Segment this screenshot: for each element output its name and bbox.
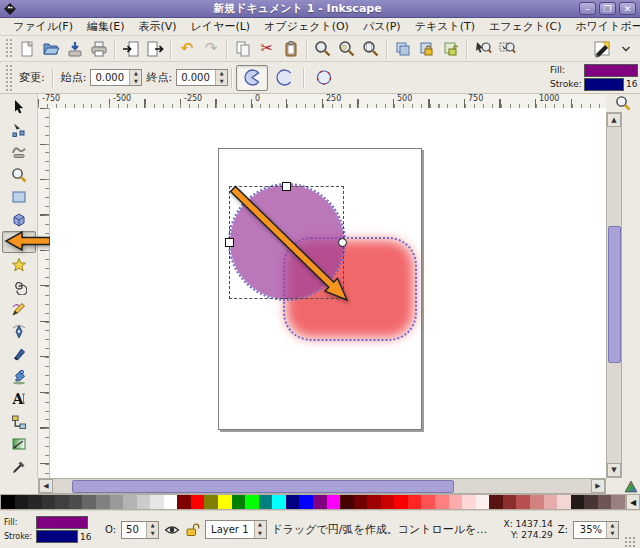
find-icon[interactable] [495,38,519,60]
menu-effects[interactable]: エフェクト(C) [482,18,569,35]
stroke-color-swatch[interactable] [36,530,78,543]
tool-connector[interactable] [2,411,36,433]
menu-edit[interactable]: 編集(E) [80,18,132,35]
arc-end-stepper[interactable]: ▲▼ [215,70,227,85]
tool-star[interactable] [2,253,36,275]
zoom-value[interactable]: 35% [574,522,606,538]
corner-zoom-icon[interactable] [615,95,631,111]
ellipse-arc-handle[interactable] [338,238,347,247]
tool-gradient[interactable] [2,433,36,455]
palette-swatch[interactable] [69,495,83,509]
palette-swatch[interactable] [571,495,585,509]
palette-swatch[interactable] [421,495,435,509]
statusbar-style-indicator[interactable]: Fill: Stroke: 16 [4,516,100,544]
slice-mode-button[interactable] [236,65,268,91]
palette-swatch[interactable] [367,495,381,509]
palette-swatch[interactable] [611,495,625,509]
cut-icon[interactable]: ✂ [255,38,279,60]
maximize-button[interactable]: ❐ [599,2,616,15]
zoom-selection-icon[interactable] [311,38,335,60]
tool-node-editor[interactable] [2,118,36,140]
minimize-button[interactable]: – [579,2,596,15]
palette-scroll-left-icon[interactable]: ◀ [626,494,640,510]
close-button[interactable]: ✕ [619,2,636,15]
palette-swatch[interactable] [462,495,476,509]
layer-stepper[interactable]: ▲▼ [254,521,266,538]
palette-swatch[interactable] [381,495,395,509]
tool-calligraphy[interactable] [2,343,36,365]
ellipse-rx-handle[interactable] [225,238,234,247]
palette-swatch[interactable] [557,495,571,509]
palette-swatch[interactable] [435,495,449,509]
palette-swatch[interactable] [82,495,96,509]
arc-end-input[interactable]: 0.000 ▲▼ [176,69,228,86]
menu-whiteboard[interactable]: ホワイトボード(B) [569,18,640,35]
canvas[interactable] [50,108,606,478]
palette-swatch[interactable] [55,495,69,509]
save-document-icon[interactable] [63,38,87,60]
layer-unlock-icon[interactable] [185,522,200,537]
palette-swatch[interactable] [544,495,558,509]
palette-swatch[interactable] [408,495,422,509]
tool-pencil[interactable] [2,298,36,320]
make-whole-button[interactable] [308,65,340,91]
palette-swatch[interactable] [327,495,341,509]
palette-swatch[interactable] [489,495,503,509]
arc-start-stepper[interactable]: ▲▼ [129,70,141,85]
palette-swatch[interactable] [598,495,612,509]
tool-box-3d[interactable] [2,208,36,230]
horizontal-scrollbar-thumb[interactable] [72,480,454,493]
palette-swatch[interactable] [150,495,164,509]
zoom-input[interactable]: 35% ▲▼ [573,521,619,539]
palette-swatch[interactable] [164,495,178,509]
menu-layer[interactable]: レイヤー(L) [184,18,258,35]
palette-swatch[interactable] [232,495,246,509]
palette-swatch[interactable] [15,495,29,509]
tool-zoom[interactable] [2,163,36,185]
tool-dropper[interactable] [2,456,36,478]
titlebar[interactable]: 新規ドキュメント 1 - Inkscape – ❐ ✕ [0,0,640,18]
palette-swatch[interactable] [204,495,218,509]
window-resize-grip[interactable] [624,536,636,548]
color-management-icon[interactable] [622,478,640,494]
select-edit-icon[interactable] [471,38,495,60]
create-clone-icon[interactable] [415,38,439,60]
current-layer-name[interactable]: Layer 1 [211,524,253,535]
tool-tweak[interactable] [2,141,36,163]
ellipse-ry-handle[interactable] [282,182,291,191]
vertical-scrollbar[interactable]: ▲ ▼ [606,112,622,478]
vertical-scrollbar-thumb[interactable] [608,226,621,363]
tool-paint-bucket[interactable] [2,366,36,388]
menu-object[interactable]: オブジェクト(O) [257,18,356,35]
palette-swatch[interactable] [123,495,137,509]
palette-swatch[interactable] [28,495,42,509]
palette-swatch[interactable] [503,495,517,509]
palette-swatch[interactable] [42,495,56,509]
export-icon[interactable] [143,38,167,60]
arc-mode-button[interactable] [268,65,300,91]
zoom-drawing-icon[interactable] [335,38,359,60]
tool-pen[interactable] [2,321,36,343]
undo-icon[interactable]: ↶ [175,38,199,60]
opacity-input[interactable]: 50 ▲▼ [121,521,159,539]
layer-visibility-eye-icon[interactable] [164,523,180,537]
toolbar-grip[interactable] [5,38,12,59]
menu-file[interactable]: ファイル(F) [6,18,80,35]
duplicate-icon[interactable] [391,38,415,60]
opacity-stepper[interactable]: ▲▼ [146,522,158,538]
scroll-right-icon[interactable]: ▶ [591,479,605,493]
palette-swatch[interactable] [313,495,327,509]
fill-color-swatch[interactable] [36,516,88,529]
tool-spiral[interactable] [2,276,36,298]
palette-swatch[interactable] [110,495,124,509]
tool-rectangle[interactable] [2,186,36,208]
palette-swatch[interactable] [96,495,110,509]
fill-color-swatch[interactable] [584,64,638,77]
scroll-down-icon[interactable]: ▼ [607,463,621,477]
import-icon[interactable] [119,38,143,60]
palette-swatch[interactable] [218,495,232,509]
layer-selector[interactable]: Layer 1 ▲▼ [205,520,266,539]
palette-swatch[interactable] [354,495,368,509]
copy-icon[interactable] [231,38,255,60]
palette-swatch[interactable] [177,495,191,509]
